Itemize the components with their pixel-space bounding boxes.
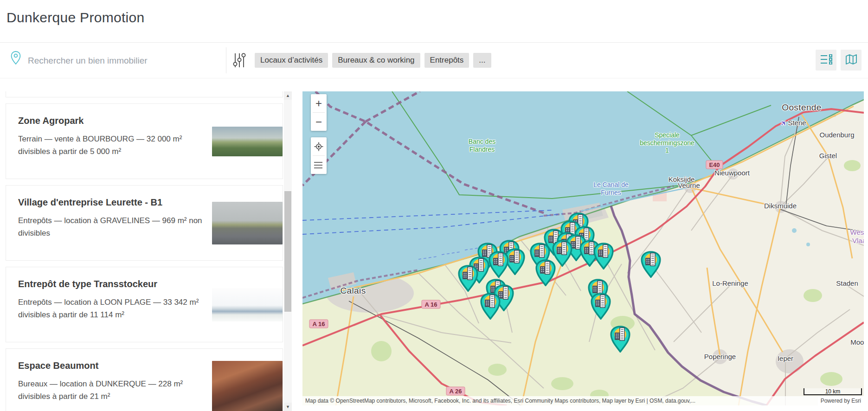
listings-scrollbar[interactable]: ▲ ▼: [284, 91, 292, 411]
map-scalebar: 10 km: [804, 388, 862, 395]
legend-button[interactable]: [311, 156, 327, 174]
listing-title: Zone Agropark: [18, 116, 203, 126]
zoom-in-button[interactable]: +: [311, 94, 327, 112]
filter-sliders-icon[interactable]: [232, 52, 246, 71]
property-marker-pin[interactable]: [553, 241, 572, 266]
listing-card[interactable]: Village d'entreprise Leurette - B1Entrep…: [6, 185, 283, 261]
toolbar-bottom-divider: [0, 78, 868, 78]
listing-card-partial[interactable]: [6, 91, 283, 97]
filter-chip-3[interactable]: Entrepôts: [424, 53, 469, 68]
property-marker-pin[interactable]: [592, 294, 610, 319]
map-canvas[interactable]: OostendeStene✈OudenburgGistelNieuwpoortK…: [302, 91, 864, 405]
app-root: Dunkerque Promotion Locaux d’activitésBu…: [0, 0, 868, 411]
listing-description: Entrepôts — location à GRAVELINES — 969 …: [18, 214, 203, 239]
filter-chip-row: Locaux d’activitésBureaux & co workingEn…: [255, 43, 491, 78]
zoom-out-button[interactable]: −: [311, 113, 327, 131]
listing-title: Espace Beaumont: [18, 360, 203, 371]
content-area: Zone AgroparkTerrain — vente à BOURBOURG…: [0, 91, 868, 411]
filter-chip-4[interactable]: ...: [473, 53, 491, 68]
filter-chip-2[interactable]: Bureaux & co working: [332, 53, 420, 68]
search-input[interactable]: [27, 50, 214, 71]
listing-photo: [212, 361, 283, 411]
property-marker-pin[interactable]: [459, 266, 477, 291]
property-marker-pin[interactable]: [536, 260, 555, 285]
listing-photo: [212, 127, 283, 156]
map-view-icon: [845, 54, 857, 66]
map-markers-layer: [302, 91, 864, 405]
scrollbar-up-button[interactable]: ▲: [284, 91, 292, 100]
map-zoom-panel: + −: [311, 94, 327, 131]
listing-title: Village d'entreprise Leurette - B1: [18, 197, 203, 208]
listing-card[interactable]: Zone AgroparkTerrain — vente à BOURBOURG…: [6, 103, 283, 179]
property-marker-pin[interactable]: [611, 327, 630, 352]
view-toggle-group: [816, 50, 862, 71]
filter-chip-1[interactable]: Locaux d’activités: [255, 53, 328, 68]
location-pin-icon: [10, 51, 21, 67]
listing-description: Terrain — vente à BOURBOURG — 32 000 m² …: [18, 133, 203, 158]
listing-description: Entrepôts — location à LOON PLAGE — 33 3…: [18, 296, 203, 321]
page-title: Dunkerque Promotion: [6, 10, 145, 26]
property-marker-pin[interactable]: [594, 244, 613, 269]
listing-photo: [212, 202, 283, 244]
locate-button[interactable]: [311, 137, 327, 155]
scrollbar-thumb[interactable]: [284, 191, 291, 312]
property-marker-pin[interactable]: [481, 294, 500, 319]
listing-card[interactable]: Entrepôt de type TransstockeurEntrepôts …: [6, 267, 283, 342]
toolbar: Locaux d’activitésBureaux & co workingEn…: [0, 43, 868, 78]
listing-card[interactable]: Espace BeaumontBureaux — location à DUNK…: [6, 348, 283, 411]
listings-panel: Zone AgroparkTerrain — vente à BOURBOURG…: [6, 91, 283, 411]
map-attribution: Map data © OpenStreetMap contributors, M…: [302, 396, 864, 405]
powered-by-esri: Powered by Esri: [818, 396, 864, 405]
toolbar-divider: [226, 47, 226, 73]
property-marker-pin[interactable]: [489, 252, 508, 277]
property-marker-pin[interactable]: [642, 252, 660, 277]
list-view-icon: [820, 54, 832, 66]
listing-description: Bureaux — location à DUNKERQUE — 228 m² …: [18, 378, 203, 403]
listing-photo: [212, 288, 283, 321]
map-view-button[interactable]: [841, 50, 862, 71]
scrollbar-down-button[interactable]: ▼: [284, 403, 292, 411]
listing-title: Entrepôt de type Transstockeur: [18, 279, 203, 289]
list-view-button[interactable]: [816, 50, 836, 71]
map-tools-panel: [311, 137, 327, 174]
